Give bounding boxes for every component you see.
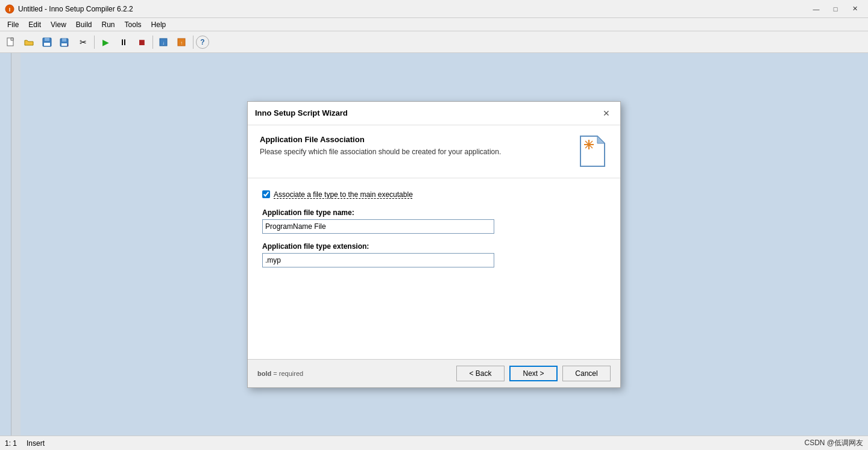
cancel-button[interactable]: Cancel <box>562 366 611 381</box>
toolbar-separator-3 <box>193 36 193 49</box>
status-left: 1: 1 Insert <box>5 439 804 448</box>
dialog-header: Application File Association Please spec… <box>248 125 620 178</box>
dialog-header-title: Application File Association <box>260 135 572 144</box>
file-association-icon <box>578 135 608 168</box>
svg-rect-8 <box>61 43 67 46</box>
associate-file-type-label[interactable]: Associate a file type to the main execut… <box>274 190 413 199</box>
pause-button[interactable]: ⏸ <box>115 34 132 51</box>
svg-text:↓: ↓ <box>162 40 165 46</box>
dialog-footer: bold = required < Back Next > Cancel <box>248 359 620 387</box>
window-controls: — □ ✕ <box>808 3 863 15</box>
new-button[interactable] <box>2 34 19 51</box>
toolbar-separator-2 <box>153 36 153 49</box>
run-button[interactable]: ▶ <box>97 34 114 51</box>
svg-rect-4 <box>45 38 49 41</box>
footer-hint: bold = required <box>257 370 456 377</box>
menu-view[interactable]: View <box>46 19 71 30</box>
editor-mode: Insert <box>27 439 45 448</box>
toolbar: ↓ ✂ ▶ ⏸ ⏹ ↓ ↑ ? <box>0 31 868 53</box>
app-icon: I <box>5 4 14 14</box>
file-type-extension-label: Application file type extension: <box>262 242 606 251</box>
back-button[interactable]: < Back <box>456 366 505 381</box>
save-button[interactable] <box>39 34 55 51</box>
svg-rect-5 <box>44 43 50 46</box>
menu-run[interactable]: Run <box>97 19 120 30</box>
main-area: Inno Setup Script Wizard ✕ Application F… <box>0 53 868 436</box>
menu-edit[interactable]: Edit <box>24 19 46 30</box>
file-type-extension-group: Application file type extension: <box>262 242 606 267</box>
svg-text:↓: ↓ <box>67 43 69 47</box>
dialog-body: Associate a file type to the main execut… <box>248 178 620 359</box>
minimize-button[interactable]: — <box>808 3 825 15</box>
save-as-button[interactable]: ↓ <box>57 34 74 51</box>
dialog-header-description: Please specify which file association sh… <box>260 148 572 156</box>
file-type-name-group: Application file type name: <box>262 208 606 234</box>
menu-build[interactable]: Build <box>71 19 97 30</box>
dialog-title: Inno Setup Script Wizard <box>255 108 600 117</box>
file-type-name-input[interactable] <box>262 219 494 234</box>
build-button[interactable]: ↑ <box>174 34 190 51</box>
cut-button[interactable]: ✂ <box>75 34 92 51</box>
dialog-titlebar: Inno Setup Script Wizard ✕ <box>248 102 620 125</box>
compile-button[interactable]: ↓ <box>156 34 172 51</box>
window-title: Untitled - Inno Setup Compiler 6.2.2 <box>18 5 808 13</box>
stop-button[interactable]: ⏹ <box>133 34 150 51</box>
status-right: CSDN @低调网友 <box>804 438 863 448</box>
footer-buttons: < Back Next > Cancel <box>456 366 611 381</box>
footer-hint-bold: bold <box>257 370 271 377</box>
svg-rect-7 <box>62 39 66 42</box>
next-button[interactable]: Next > <box>509 366 558 381</box>
file-type-name-label: Application file type name: <box>262 208 606 217</box>
associate-checkbox-row: Associate a file type to the main execut… <box>262 190 606 199</box>
status-bar: 1: 1 Insert CSDN @低调网友 <box>0 436 868 450</box>
dialog-close-button[interactable]: ✕ <box>600 107 613 120</box>
watermark-text: CSDN @低调网友 <box>804 439 863 447</box>
svg-marker-15 <box>597 136 605 143</box>
dialog-header-text: Application File Association Please spec… <box>260 135 572 156</box>
menu-tools[interactable]: Tools <box>120 19 146 30</box>
menu-file[interactable]: File <box>2 19 24 30</box>
open-button[interactable] <box>20 34 37 51</box>
associate-file-type-checkbox[interactable] <box>262 190 270 198</box>
maximize-button[interactable]: □ <box>827 3 844 15</box>
title-bar: I Untitled - Inno Setup Compiler 6.2.2 —… <box>0 0 868 18</box>
svg-text:I: I <box>9 7 11 13</box>
menu-bar: File Edit View Build Run Tools Help <box>0 18 868 31</box>
menu-help[interactable]: Help <box>146 19 171 30</box>
cursor-position: 1: 1 <box>5 439 17 448</box>
close-window-button[interactable]: ✕ <box>846 3 863 15</box>
dialog-overlay: Inno Setup Script Wizard ✕ Application F… <box>0 53 868 436</box>
footer-hint-rest: = required <box>273 370 303 377</box>
file-type-extension-input[interactable] <box>262 253 494 267</box>
wizard-dialog: Inno Setup Script Wizard ✕ Application F… <box>247 101 621 388</box>
help-button[interactable]: ? <box>196 36 209 49</box>
toolbar-separator-1 <box>94 36 95 49</box>
svg-text:↑: ↑ <box>180 40 183 46</box>
